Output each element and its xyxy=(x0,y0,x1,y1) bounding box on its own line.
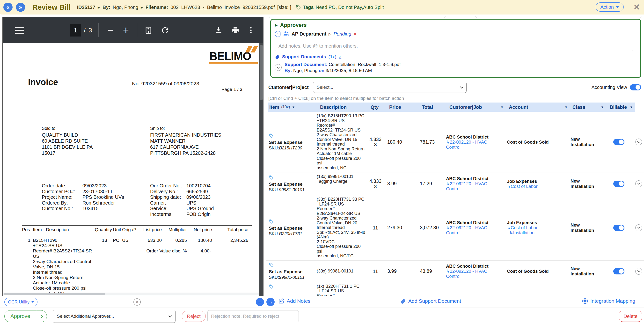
arrow-right-icon: → xyxy=(268,299,273,305)
customer-project-label: Customer|Project xyxy=(268,85,309,90)
close-icon[interactable]: × xyxy=(634,2,640,12)
rotate-icon xyxy=(161,26,169,34)
delete-button[interactable]: Delete xyxy=(619,311,642,322)
approvers-title: Approvers xyxy=(280,22,307,28)
download-button[interactable] xyxy=(214,26,223,34)
invoice-document: BELIMO ® Invoice No. 920321559 of 09/06/… xyxy=(3,43,260,292)
accounting-view-label: Accounting View xyxy=(592,85,627,90)
column-customer-job[interactable]: Customer|Job▼ xyxy=(448,104,506,110)
item-description: (33x) 99981-00101 xyxy=(317,267,366,276)
approve-options-button[interactable] xyxy=(36,310,47,322)
column-total: Total xyxy=(419,104,448,110)
column-class[interactable]: Class▼ xyxy=(570,104,606,110)
chevron-down-icon xyxy=(637,182,640,185)
line-items-list: Set as Expense SKU:B215HT290 (13x) B215H… xyxy=(266,112,644,296)
pdf-horizontal-scrollbar[interactable] xyxy=(3,292,260,296)
customer-name: ABC School District xyxy=(446,134,497,140)
pdf-vertical-scrollbar[interactable] xyxy=(260,43,263,296)
additional-approver-select[interactable]: Select Additional Approver... xyxy=(53,310,176,323)
add-support-document-link[interactable]: Add Support Document xyxy=(400,298,461,304)
support-documents-toggle[interactable]: Support Documents (1x) △ xyxy=(275,54,636,60)
row-expand-button[interactable] xyxy=(635,268,642,275)
line-item-row[interactable]: Set as Expense SKU:B220HT731 (33x) B220H… xyxy=(266,195,644,261)
set-as-expense-link[interactable]: Set as Expense xyxy=(269,140,316,145)
line-item-row[interactable]: Set as Expense SKU:99981-00101 (33x) 999… xyxy=(266,261,644,282)
ocr-utility-button[interactable]: OCR Utility xyxy=(4,298,38,306)
document-expand-button[interactable] xyxy=(275,64,282,71)
rotate-button[interactable] xyxy=(161,26,169,34)
account-sub-link[interactable]: ↳Installation xyxy=(507,230,554,235)
page-number-input[interactable]: 1 xyxy=(70,24,81,36)
column-description: Description xyxy=(318,104,368,110)
customer-job-link[interactable]: ↳22-092120 - HVAC Control xyxy=(446,181,493,191)
column-item[interactable]: Item (10x) ▼ xyxy=(268,104,318,110)
set-as-expense-link[interactable]: Set as Expense xyxy=(269,226,316,231)
order-meta-left: Order date:09/03/2023 Customer PO#:23-01… xyxy=(42,183,124,212)
line-item-row[interactable]: Set as Expense SKU:B215HT290 (13x) B215H… xyxy=(266,112,644,172)
integration-mapping-label: Integration Mapping xyxy=(590,298,635,304)
customer-job-link[interactable]: ↳22-092120 - HVAC Control xyxy=(446,140,493,150)
menu-icon[interactable] xyxy=(15,27,24,34)
accounting-view-toggle[interactable] xyxy=(630,84,641,90)
chevron-down-icon xyxy=(637,269,640,272)
sold-to-address: QUALITY BUILD 60 ABELE RD SUITE 1101 BRI… xyxy=(42,132,92,156)
account-sub-link[interactable]: ↳Cost of Labor xyxy=(507,184,554,189)
next-item-button[interactable]: → xyxy=(266,298,274,306)
filename-value: 002_LHW623_-_Belimo_Invoice_920321559.pd… xyxy=(170,4,274,10)
row-expand-button[interactable] xyxy=(635,180,642,187)
line-item-row[interactable]: Set as Expense SKU:99981-00101 (13x) 999… xyxy=(266,172,644,195)
account-sub-link[interactable]: ↳Cost of Labor xyxy=(507,225,554,230)
customer-name: ABC School District xyxy=(446,176,497,181)
add-notes-link[interactable]: Add Notes xyxy=(278,298,310,304)
zoom-out-button[interactable]: − xyxy=(105,24,116,36)
integration-mapping-link[interactable]: Integration Mapping xyxy=(582,298,635,304)
account-name: Job Expenses xyxy=(507,220,568,225)
line-item-row[interactable]: (1x) B220HT731 1 PC +LF24-SR US Reorder#… xyxy=(266,282,644,296)
more-options-button[interactable] xyxy=(247,26,255,34)
set-as-expense-link[interactable]: Set as Expense xyxy=(269,182,316,187)
sold-to-label: Sold to: xyxy=(42,126,92,131)
logo-slashes-icon xyxy=(247,46,256,52)
prev-item-button[interactable]: ← xyxy=(256,298,264,306)
billable-toggle[interactable] xyxy=(613,268,624,274)
billable-toggle[interactable] xyxy=(613,224,624,231)
order-meta-right: Our Order No.:100210704 Delivery No.:666… xyxy=(150,183,214,217)
collapse-left-button[interactable]: « xyxy=(4,3,12,12)
fit-page-button[interactable] xyxy=(144,26,152,34)
selected-value: Select... xyxy=(317,85,333,90)
rejection-note-input[interactable] xyxy=(208,310,299,322)
item-qty: 4.3333 xyxy=(369,136,382,147)
tag-icon xyxy=(269,219,274,225)
approvers-section-header[interactable]: ▶ Approvers xyxy=(275,22,636,28)
customer-job-link[interactable]: ↳22-092120 - HVAC Control xyxy=(446,225,493,235)
ship-to-address: FIRST AMERICAN INDUSTRIES MATT WANNER 61… xyxy=(150,132,221,156)
row-expand-button[interactable] xyxy=(635,224,642,231)
reject-button[interactable]: Reject xyxy=(182,311,206,322)
ship-to-block: Ship to: FIRST AMERICAN INDUSTRIES MATT … xyxy=(150,126,221,156)
expand-right-button[interactable]: » xyxy=(16,3,25,12)
zoom-in-button[interactable]: + xyxy=(120,24,132,36)
column-price: Price xyxy=(386,104,419,110)
clipped-field-top-right xyxy=(475,14,642,18)
customer-name: ABC School District xyxy=(446,264,497,269)
column-account[interactable]: Account▼ xyxy=(506,104,570,110)
row-expand-button[interactable] xyxy=(635,138,642,145)
billable-toggle[interactable] xyxy=(613,180,624,187)
notes-input[interactable] xyxy=(275,40,633,51)
remove-approver-icon[interactable]: × xyxy=(354,32,357,36)
invoice-title: Invoice xyxy=(28,77,58,87)
print-button[interactable] xyxy=(231,26,240,34)
batch-select-hint: [Ctrl or Cmd + Click] on the item to sel… xyxy=(268,96,404,101)
edit-note-icon xyxy=(278,298,284,304)
billable-toggle[interactable] xyxy=(613,139,624,145)
customer-project-select[interactable]: Select... xyxy=(313,82,466,93)
set-as-expense-link[interactable]: Set as Expense xyxy=(269,269,316,274)
customer-job-link[interactable]: ↳22-092120 - HVAC Control xyxy=(446,269,493,279)
clipped-field-top-left xyxy=(268,14,446,18)
column-billable[interactable]: Billable▼ xyxy=(606,104,635,110)
pdf-toolbar: 1 / 3 − + xyxy=(3,17,263,43)
approve-button[interactable]: Approve xyxy=(4,310,47,322)
clear-selection-icon[interactable]: ✕ xyxy=(134,298,141,306)
approve-label: Approve xyxy=(4,313,36,320)
action-button[interactable]: Action xyxy=(596,2,624,12)
